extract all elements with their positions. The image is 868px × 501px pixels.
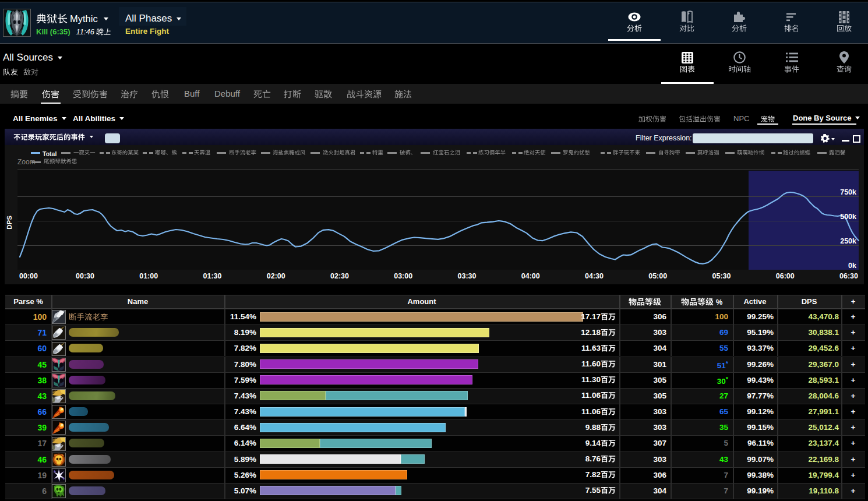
svg-text:00:30: 00:30 <box>76 272 94 280</box>
svg-text:01:30: 01:30 <box>203 272 222 280</box>
svg-text:500k: 500k <box>840 213 856 221</box>
svg-text:750k: 750k <box>840 188 856 196</box>
svg-text:06:30: 06:30 <box>839 272 858 280</box>
svg-text:02:00: 02:00 <box>267 272 285 280</box>
svg-text:03:30: 03:30 <box>458 272 477 280</box>
svg-text:03:00: 03:00 <box>394 272 412 280</box>
svg-text:02:30: 02:30 <box>330 272 349 280</box>
svg-text:04:00: 04:00 <box>521 272 540 280</box>
svg-text:05:30: 05:30 <box>712 272 731 280</box>
svg-text:DPS: DPS <box>6 216 13 230</box>
svg-text:06:00: 06:00 <box>776 272 795 280</box>
svg-text:00:00: 00:00 <box>19 272 38 280</box>
svg-text:04:30: 04:30 <box>585 272 604 280</box>
svg-text:01:00: 01:00 <box>139 272 158 280</box>
svg-text:05:00: 05:00 <box>648 272 667 280</box>
svg-text:0k: 0k <box>848 262 856 270</box>
svg-text:250k: 250k <box>840 237 856 245</box>
